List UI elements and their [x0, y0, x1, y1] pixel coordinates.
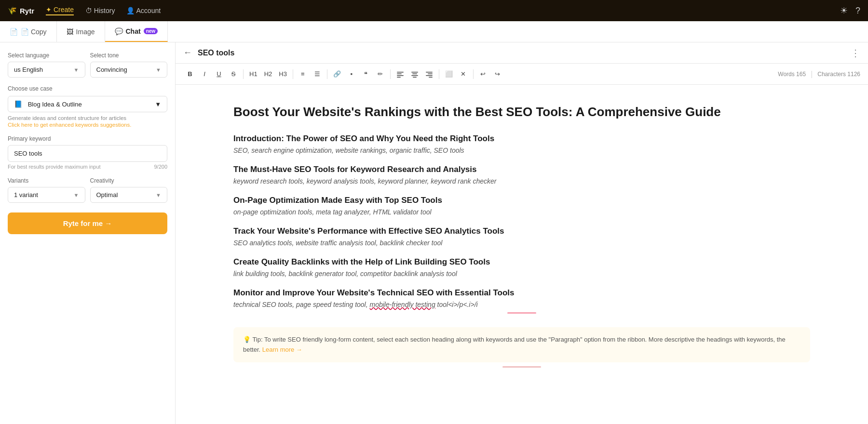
svg-rect-4: [411, 72, 418, 73]
svg-rect-3: [397, 77, 401, 78]
toolbar-link[interactable]: 🔗: [330, 68, 344, 80]
editor-toolbar: B I U S H1 H2 H3 ≡ ☰ 🔗 ▪ ❝ ✏: [176, 64, 868, 85]
chat-label: Chat: [126, 27, 141, 35]
use-case-link-row: Click here to get enhanced keywords sugg…: [8, 122, 167, 128]
use-case-arrow-icon: ▼: [155, 101, 161, 108]
variants-label: Variants: [8, 177, 85, 184]
creativity-select[interactable]: Optimal ▼: [90, 187, 168, 203]
section-heading-2: On-Page Optimization Made Easy with Top …: [233, 196, 810, 205]
editor-title: SEO tools: [198, 49, 234, 57]
toolbar-bullet-list[interactable]: ≡: [296, 68, 310, 80]
svg-rect-10: [426, 75, 433, 76]
section-heading-3: Track Your Website's Performance with Ef…: [233, 226, 810, 236]
toolbar-align-center[interactable]: [408, 69, 421, 80]
editor-content[interactable]: Boost Your Website's Rankings with the B…: [176, 85, 868, 424]
toolbar-undo[interactable]: ↩: [476, 68, 490, 80]
creativity-label: Creativity: [90, 177, 168, 184]
toolbar-quote[interactable]: ❝: [359, 68, 373, 80]
toolbar-sep-4: [390, 69, 391, 79]
section-heading-5: Monitor and Improve Your Website's Techn…: [233, 288, 810, 298]
chat-icon: 💬: [115, 27, 123, 35]
svg-rect-1: [397, 73, 402, 74]
language-value: us English: [14, 66, 43, 73]
toolbar-strikethrough[interactable]: S: [227, 68, 240, 80]
use-case-label: Choose use case: [8, 85, 167, 92]
keyword-label: Primary keyword: [8, 135, 167, 142]
bottom-bar: [233, 362, 810, 370]
toolbar-image[interactable]: ▪: [345, 68, 358, 80]
keyword-input[interactable]: [8, 145, 167, 162]
use-case-icon: 📘: [14, 100, 22, 108]
svg-rect-2: [397, 75, 404, 76]
language-label: Select language: [8, 52, 85, 59]
tip-icon: 💡: [243, 336, 251, 343]
image-icon: 🖼: [67, 28, 73, 36]
squiggle-indicator: [507, 312, 536, 314]
editor-back-button[interactable]: ←: [183, 48, 192, 58]
svg-rect-5: [412, 73, 417, 74]
tone-arrow-icon: ▼: [156, 67, 161, 73]
toolbar-format[interactable]: ⬜: [442, 68, 456, 80]
svg-rect-6: [411, 75, 418, 76]
copy-label: 📄 Copy: [21, 28, 47, 36]
tip-link[interactable]: Learn more →: [262, 346, 302, 353]
variants-select[interactable]: 1 variant ▼: [8, 187, 85, 203]
keywords-after-squiggle: tool: [435, 301, 448, 308]
editor-header: ← SEO tools ⋮: [176, 42, 868, 64]
top-nav: 🌾 Rytr ✦ Create ⏱ History 👤 Account ☀ ?: [0, 0, 868, 21]
theme-icon[interactable]: ☀: [840, 5, 848, 16]
toolbar-underline[interactable]: U: [212, 68, 226, 80]
use-case-select[interactable]: 📘 Blog Idea & Outline ▼: [8, 96, 167, 112]
section-keywords-3: SEO analytics tools, website traffic ana…: [233, 239, 810, 247]
toolbar-h1[interactable]: H1: [246, 68, 260, 80]
toolbar-h2[interactable]: H2: [261, 68, 275, 80]
svg-rect-9: [428, 73, 433, 74]
nav-history[interactable]: ⏱ History: [85, 7, 115, 14]
toolbar-align-right[interactable]: [422, 69, 436, 80]
bottom-line: [502, 366, 541, 368]
editor-more-button[interactable]: ⋮: [851, 47, 860, 59]
ryte-button[interactable]: Ryte for me →: [8, 212, 167, 234]
keywords-before-squiggle: technical SEO tools, page speed testing …: [233, 301, 370, 308]
section-keywords-1: keyword research tools, keyword analysis…: [233, 177, 810, 185]
toolbar-clear[interactable]: ✕: [457, 68, 470, 80]
help-icon[interactable]: ?: [855, 6, 860, 16]
variants-row: Variants 1 variant ▼ Creativity Optimal …: [8, 177, 167, 203]
toolbar-italic[interactable]: I: [198, 68, 211, 80]
nav-account[interactable]: 👤 Account: [126, 7, 161, 14]
section-keywords-2: on-page optimization tools, meta tag ana…: [233, 208, 810, 216]
sub-nav: 📄 📄 Copy 🖼 Image 💬 Chat new: [0, 21, 868, 42]
toolbar-highlight[interactable]: ✏: [374, 68, 387, 80]
logo-text: Rytr: [20, 7, 34, 15]
subnav-chat[interactable]: 💬 Chat new: [105, 21, 168, 42]
keyword-hint: For best results provide maximum input: [8, 164, 101, 170]
toolbar-bold[interactable]: B: [183, 68, 197, 80]
toolbar-sep-6: [473, 69, 474, 79]
creativity-value: Optimal: [96, 191, 118, 199]
tone-select[interactable]: Convincing ▼: [90, 62, 168, 78]
logo[interactable]: 🌾 Rytr: [8, 6, 34, 15]
nav-right: ☀ ?: [840, 5, 860, 16]
toolbar-redo[interactable]: ↪: [491, 68, 504, 80]
tone-value: Convincing: [96, 66, 127, 73]
svg-rect-7: [413, 77, 417, 78]
subnav-copy[interactable]: 📄 📄 Copy: [0, 21, 57, 42]
doc-title: Boost Your Website's Rankings with the B…: [233, 104, 810, 120]
chat-badge: new: [144, 28, 158, 34]
use-case-value: Blog Idea & Outline: [28, 101, 82, 108]
sidebar: Select language us English ▼ Select tone…: [0, 42, 176, 424]
section-keywords-4: link building tools, backlink generator …: [233, 270, 810, 278]
toolbar-ordered-list[interactable]: ☰: [311, 68, 324, 80]
nav-create[interactable]: ✦ Create: [46, 6, 74, 15]
word-count: Words 165: [778, 71, 806, 78]
toolbar-align-left[interactable]: [393, 69, 407, 80]
toolbar-h3[interactable]: H3: [276, 68, 290, 80]
toolbar-sep-2: [293, 69, 293, 79]
variants-value: 1 variant: [14, 191, 38, 199]
subnav-image[interactable]: 🖼 Image: [57, 21, 105, 42]
use-case-link[interactable]: Click here: [8, 122, 32, 128]
use-case-link-suffix: to get enhanced keywords suggestions.: [34, 122, 131, 128]
logo-icon: 🌾: [8, 6, 17, 15]
language-select[interactable]: us English ▼: [8, 62, 85, 78]
keywords-squiggle: mobile-friendly testing: [370, 301, 435, 308]
